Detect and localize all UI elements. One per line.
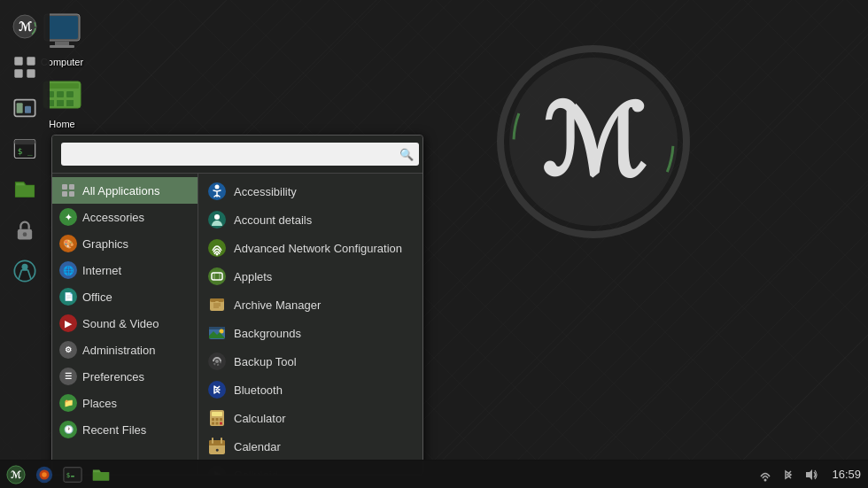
sidebar-files-button[interactable] <box>5 170 44 209</box>
apps-list: Accessibility Account details <box>198 174 422 475</box>
backup-tool-label: Backup Tool <box>234 355 297 368</box>
svg-rect-62 <box>212 412 222 416</box>
preferences-icon: ☰ <box>59 368 77 385</box>
svg-rect-27 <box>25 106 31 113</box>
taskbar-files-button[interactable] <box>89 462 113 487</box>
category-recent[interactable]: 🕐 Recent Files <box>52 416 198 443</box>
svg-rect-22 <box>27 57 35 65</box>
taskbar-terminal-button[interactable]: $ <box>60 462 85 487</box>
app-bluetooth[interactable]: Bluetooth <box>198 376 422 404</box>
svg-rect-35 <box>62 184 67 190</box>
taskbar-mint-button[interactable]: ℳ <box>4 462 28 487</box>
svg-rect-68 <box>220 422 222 425</box>
all-apps-icon <box>59 182 77 199</box>
svg-text:ℳ: ℳ <box>19 20 33 34</box>
svg-point-81 <box>42 472 47 477</box>
category-all[interactable]: All Applications <box>52 177 198 204</box>
category-graphics[interactable]: 🎨 Graphics <box>52 230 198 257</box>
app-calculator[interactable]: Calculator <box>198 404 422 432</box>
applets-label: Applets <box>234 270 272 283</box>
account-details-icon <box>207 210 227 229</box>
internet-icon: 🌐 <box>59 261 77 279</box>
category-recent-label: Recent Files <box>82 423 146 437</box>
app-backup-tool[interactable]: Backup Tool <box>198 347 422 376</box>
svg-text:ℳ: ℳ <box>541 87 647 196</box>
svg-rect-26 <box>17 103 23 113</box>
category-accessories-label: Accessories <box>82 211 144 224</box>
category-preferences[interactable]: ☰ Preferences <box>52 363 198 390</box>
svg-rect-64 <box>216 418 219 421</box>
app-menu: 🔍 All Applications ✦ <box>51 135 423 476</box>
sidebar-gitkraken-button[interactable] <box>5 252 44 290</box>
svg-point-32 <box>23 232 27 236</box>
adv-network-label: Advanced Network Configuration <box>234 242 402 255</box>
app-accessibility[interactable]: Accessibility <box>198 177 422 205</box>
graphics-icon: 🎨 <box>59 235 77 252</box>
category-office[interactable]: 📄 Office <box>52 283 198 310</box>
sidebar-mint-button[interactable]: ℳ <box>5 7 44 46</box>
bluetooth-icon <box>207 380 227 399</box>
category-internet[interactable]: 🌐 Internet <box>52 257 198 283</box>
adv-network-icon <box>207 238 227 258</box>
sidebar-disk-button[interactable] <box>5 89 44 128</box>
category-all-label: All Applications <box>82 184 159 198</box>
svg-rect-13 <box>57 91 64 97</box>
category-administration[interactable]: ⚙ Administration <box>52 337 198 363</box>
app-archive-manager[interactable]: Archive Manager <box>198 290 422 319</box>
app-calendar[interactable]: ● Calendar <box>198 432 422 461</box>
sound-video-icon: ▶ <box>59 314 77 332</box>
category-accessories[interactable]: ✦ Accessories <box>52 204 198 230</box>
svg-rect-65 <box>220 418 222 421</box>
svg-rect-17 <box>66 100 74 106</box>
sidebar: ℳ $ _ <box>0 0 50 461</box>
svg-rect-29 <box>14 140 35 145</box>
svg-rect-51 <box>215 301 219 303</box>
category-office-label: Office <box>82 290 112 304</box>
search-bar: 🔍 <box>52 136 422 174</box>
applets-icon <box>207 267 227 286</box>
app-backgrounds[interactable]: Backgrounds <box>198 319 422 347</box>
app-applets[interactable]: Applets <box>198 262 422 290</box>
places-icon: 📁 <box>59 394 77 412</box>
svg-rect-36 <box>69 184 74 190</box>
app-adv-network[interactable]: Advanced Network Configuration <box>198 234 422 262</box>
accessibility-app-icon <box>207 182 227 201</box>
svg-point-42 <box>214 214 220 220</box>
sidebar-lock-button[interactable] <box>5 211 44 250</box>
svg-rect-66 <box>212 422 214 425</box>
sidebar-terminal-button[interactable]: $ _ <box>5 129 44 168</box>
categories-panel: All Applications ✦ Accessories 🎨 Graphic… <box>52 174 198 475</box>
svg-text:$ _: $ _ <box>18 146 33 156</box>
sidebar-app-grid-button[interactable] <box>5 48 44 87</box>
svg-rect-38 <box>69 191 74 197</box>
svg-point-40 <box>215 185 220 190</box>
calendar-icon: ● <box>207 437 227 456</box>
calculator-label: Calculator <box>234 412 286 425</box>
svg-rect-71 <box>209 443 225 445</box>
search-icon[interactable]: 🔍 <box>399 148 414 161</box>
app-account-details[interactable]: Account details <box>198 205 422 234</box>
category-places[interactable]: 📁 Places <box>52 390 198 416</box>
recent-icon: 🕐 <box>59 421 77 438</box>
tray-network-icon[interactable] <box>756 466 774 484</box>
category-graphics-label: Graphics <box>82 237 128 251</box>
svg-rect-11 <box>45 83 79 89</box>
svg-point-59 <box>215 360 219 363</box>
taskbar-right: 16:59 <box>756 466 868 484</box>
svg-text:ℳ: ℳ <box>11 469 21 479</box>
calculator-icon <box>207 408 227 428</box>
category-internet-label: Internet <box>82 264 121 277</box>
tray-volume-icon[interactable] <box>802 466 820 484</box>
tray-bluetooth-icon[interactable] <box>779 466 797 484</box>
archive-manager-label: Archive Manager <box>234 298 321 312</box>
taskbar-firefox-button[interactable] <box>32 462 57 487</box>
svg-point-44 <box>216 253 219 256</box>
menu-body: All Applications ✦ Accessories 🎨 Graphic… <box>52 174 422 475</box>
calendar-label: Calendar <box>234 440 281 453</box>
account-details-label: Account details <box>234 213 312 227</box>
svg-rect-21 <box>14 57 22 65</box>
taskbar-left: ℳ $ <box>0 462 113 487</box>
search-input[interactable] <box>61 143 419 166</box>
category-sound-video[interactable]: ▶ Sound & Video <box>52 310 198 337</box>
administration-icon: ⚙ <box>59 341 77 359</box>
